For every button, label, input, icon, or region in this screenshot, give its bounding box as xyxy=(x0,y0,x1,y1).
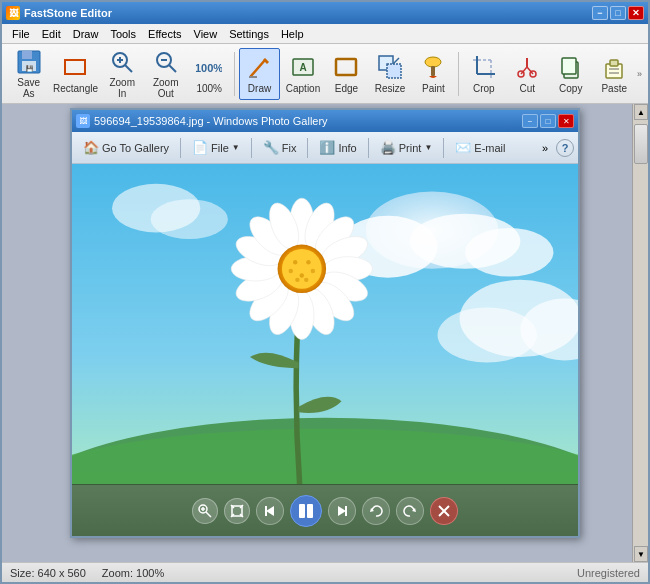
menu-settings[interactable]: Settings xyxy=(223,26,275,42)
edge-label: Edge xyxy=(335,83,358,94)
inner-tb-sep-1 xyxy=(180,138,181,158)
fix-label: Fix xyxy=(282,142,297,154)
svg-marker-90 xyxy=(338,506,346,516)
svg-point-75 xyxy=(295,278,299,282)
zoom-out-label: Zoom Out xyxy=(148,77,183,99)
unregistered-status: Unregistered xyxy=(577,567,640,579)
scrollbar-thumb[interactable] xyxy=(634,124,648,164)
play-button[interactable] xyxy=(290,495,322,527)
paint-button[interactable]: Paint xyxy=(413,48,454,100)
delete-button[interactable] xyxy=(430,497,458,525)
help-button[interactable]: ? xyxy=(556,139,574,157)
inner-maximize-button[interactable]: □ xyxy=(540,114,556,128)
svg-point-46 xyxy=(151,199,228,239)
svg-rect-91 xyxy=(345,506,347,516)
menu-file[interactable]: File xyxy=(6,26,36,42)
svg-point-74 xyxy=(311,269,315,273)
status-left: Size: 640 x 560 Zoom: 100% xyxy=(10,567,164,579)
go-to-gallery-button[interactable]: 🏠 Go To Gallery xyxy=(76,136,176,160)
svg-point-44 xyxy=(465,228,553,277)
prev-button[interactable] xyxy=(256,497,284,525)
app-title: FastStone Editor xyxy=(24,7,112,19)
info-button[interactable]: ℹ️ Info xyxy=(312,136,363,160)
rotate-left-icon xyxy=(369,504,383,518)
menu-edit[interactable]: Edit xyxy=(36,26,67,42)
svg-line-22 xyxy=(393,58,399,64)
svg-line-10 xyxy=(169,65,176,72)
scrollbar-up-arrow[interactable]: ▲ xyxy=(634,104,648,120)
minimize-button[interactable]: − xyxy=(592,6,608,20)
svg-rect-37 xyxy=(610,60,618,66)
draw-label: Draw xyxy=(248,83,271,94)
rectangle-button[interactable]: Rectangle xyxy=(51,48,99,100)
zoom-nav-button[interactable] xyxy=(192,498,218,524)
resize-button[interactable]: Resize xyxy=(369,48,410,100)
menu-bar: File Edit Draw Tools Effects View Settin… xyxy=(2,24,648,44)
inner-minimize-button[interactable]: − xyxy=(522,114,538,128)
inner-title-bar: 🖼 596694_19539864.jpg - Windows Photo Ga… xyxy=(72,110,578,132)
rotate-left-button[interactable] xyxy=(362,497,390,525)
inner-title-controls: − □ ✕ xyxy=(522,114,574,128)
print-label: Print xyxy=(399,142,422,154)
fix-button[interactable]: 🔧 Fix xyxy=(256,136,304,160)
rotate-right-icon xyxy=(403,504,417,518)
save-as-button[interactable]: 💾 Save As xyxy=(8,48,49,100)
draw-button[interactable]: Draw xyxy=(239,48,280,100)
svg-rect-15 xyxy=(249,76,257,78)
crop-button[interactable]: Crop xyxy=(463,48,504,100)
copy-label: Copy xyxy=(559,83,582,94)
title-bar: 🖼 FastStone Editor − □ ✕ xyxy=(2,2,648,24)
zoom-out-icon xyxy=(152,49,180,75)
rotate-right-button[interactable] xyxy=(396,497,424,525)
save-as-icon: 💾 xyxy=(15,49,43,75)
inner-window: 🖼 596694_19539864.jpg - Windows Photo Ga… xyxy=(70,108,580,538)
edge-icon xyxy=(332,53,360,81)
zoom-100-button[interactable]: 100% 100% xyxy=(188,48,229,100)
fit-nav-button[interactable] xyxy=(224,498,250,524)
rectangle-label: Rectangle xyxy=(53,83,98,94)
svg-text:100%: 100% xyxy=(196,62,222,74)
next-button[interactable] xyxy=(328,497,356,525)
title-controls: − □ ✕ xyxy=(592,6,644,20)
right-scrollbar[interactable]: ▲ ▼ xyxy=(632,104,648,562)
edge-button[interactable]: Edge xyxy=(326,48,367,100)
toolbar-expand[interactable]: » xyxy=(637,69,642,79)
menu-help[interactable]: Help xyxy=(275,26,310,42)
caption-button[interactable]: A Caption xyxy=(282,48,323,100)
inner-tb-expand[interactable]: » xyxy=(538,140,552,156)
maximize-button[interactable]: □ xyxy=(610,6,626,20)
menu-effects[interactable]: Effects xyxy=(142,26,187,42)
paste-label: Paste xyxy=(601,83,627,94)
menu-view[interactable]: View xyxy=(188,26,224,42)
menu-tools[interactable]: Tools xyxy=(104,26,142,42)
inner-close-button[interactable]: ✕ xyxy=(558,114,574,128)
email-button[interactable]: ✉️ E-mail xyxy=(448,136,512,160)
zoom-out-button[interactable]: Zoom Out xyxy=(145,48,186,100)
copy-button[interactable]: Copy xyxy=(550,48,591,100)
menu-draw[interactable]: Draw xyxy=(67,26,105,42)
print-button[interactable]: 🖨️ Print ▼ xyxy=(373,136,440,160)
zoom-100-icon: 100% xyxy=(195,53,223,81)
zoom-100-label: 100% xyxy=(196,83,222,94)
fix-icon: 🔧 xyxy=(263,140,279,155)
close-button[interactable]: ✕ xyxy=(628,6,644,20)
toolbar-sep-1 xyxy=(234,52,235,96)
file-button[interactable]: 📄 File ▼ xyxy=(185,136,247,160)
svg-rect-4 xyxy=(65,60,85,74)
svg-point-73 xyxy=(289,269,293,273)
svg-point-70 xyxy=(293,260,297,264)
scrollbar-down-arrow[interactable]: ▼ xyxy=(634,546,648,562)
email-icon: ✉️ xyxy=(455,140,471,155)
zoom-status: Zoom: 100% xyxy=(102,567,164,579)
zoom-in-button[interactable]: Zoom In xyxy=(101,48,142,100)
paste-button[interactable]: Paste xyxy=(594,48,635,100)
resize-icon xyxy=(376,53,404,81)
cut-button[interactable]: Cut xyxy=(507,48,548,100)
file-label: File xyxy=(211,142,229,154)
rectangle-icon xyxy=(61,53,89,81)
delete-icon xyxy=(438,505,450,517)
save-as-label: Save As xyxy=(11,77,46,99)
play-icon xyxy=(298,503,314,519)
zoom-nav-icon xyxy=(198,504,212,518)
svg-marker-86 xyxy=(266,506,274,516)
